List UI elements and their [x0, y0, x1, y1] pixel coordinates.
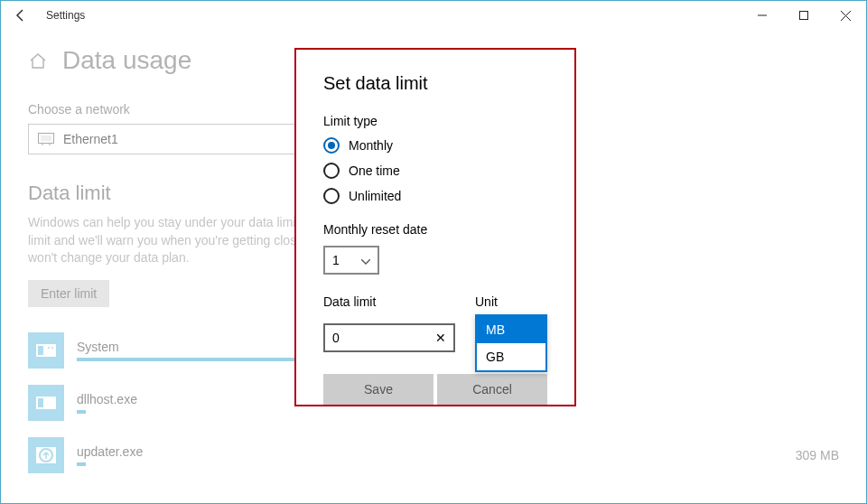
radio-label: One time: [349, 163, 400, 178]
radio-unlimited[interactable]: Unlimited: [323, 188, 547, 204]
svg-point-10: [48, 347, 50, 349]
radio-label: Monthly: [349, 138, 393, 153]
window-controls: [741, 1, 866, 30]
enter-limit-button[interactable]: Enter limit: [28, 280, 109, 307]
radio-label: Unlimited: [349, 189, 401, 203]
data-limit-label: Data limit: [323, 294, 455, 309]
data-limit-value: 0: [332, 331, 340, 345]
maximize-button[interactable]: [783, 1, 825, 30]
radio-icon: [323, 188, 340, 204]
limit-type-label: Limit type: [323, 114, 547, 128]
reset-date-label: Monthly reset date: [323, 222, 547, 237]
app-name: updater.exe: [77, 444, 783, 459]
cancel-button[interactable]: Cancel: [437, 374, 547, 405]
ethernet-icon: [38, 133, 54, 145]
clear-input-button[interactable]: ✕: [435, 331, 446, 345]
usage-bar: [77, 462, 86, 466]
titlebar: Settings: [1, 1, 866, 30]
usage-bar: [77, 410, 86, 414]
save-button[interactable]: Save: [323, 374, 434, 405]
chevron-down-icon: [361, 252, 370, 268]
set-data-limit-dialog: Set data limit Limit type Monthly One ti…: [294, 48, 576, 406]
svg-rect-1: [800, 12, 808, 20]
app-icon: [28, 437, 64, 473]
window-title: Settings: [46, 9, 85, 22]
svg-rect-5: [41, 135, 51, 141]
data-limit-input[interactable]: 0 ✕: [323, 323, 455, 352]
dialog-buttons: Save Cancel: [323, 374, 547, 405]
reset-date-select[interactable]: 1: [323, 246, 379, 275]
radio-icon: [323, 163, 340, 179]
page-title: Data usage: [62, 46, 191, 75]
svg-rect-9: [38, 346, 43, 355]
unit-option-mb[interactable]: MB: [477, 316, 545, 343]
minimize-button[interactable]: [741, 1, 783, 30]
radio-monthly[interactable]: Monthly: [323, 137, 547, 154]
network-value: Ethernet1: [63, 132, 118, 146]
list-item: updater.exe 309 MB: [28, 437, 839, 473]
radio-onetime[interactable]: One time: [323, 163, 547, 179]
radio-icon: [323, 137, 340, 154]
reset-date-value: 1: [332, 253, 340, 267]
unit-label: Unit: [475, 294, 498, 309]
home-icon[interactable]: [28, 51, 48, 70]
unit-dropdown[interactable]: MB GB: [475, 314, 547, 372]
limit-type-radio-group: Monthly One time Unlimited: [323, 137, 547, 204]
svg-point-11: [51, 347, 53, 349]
dialog-title: Set data limit: [323, 73, 547, 94]
svg-rect-13: [38, 398, 43, 407]
close-button[interactable]: [825, 1, 866, 30]
app-icon: [28, 385, 64, 421]
app-icon: [28, 332, 64, 369]
app-usage-value: 309 MB: [796, 448, 839, 462]
unit-option-gb[interactable]: GB: [477, 343, 545, 370]
back-button[interactable]: [12, 6, 30, 24]
